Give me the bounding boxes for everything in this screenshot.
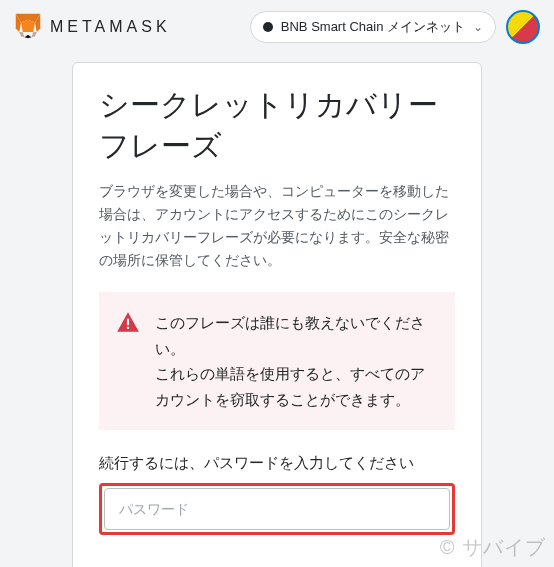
svg-rect-8 <box>127 327 129 329</box>
svg-marker-4 <box>19 32 24 37</box>
app-header: METAMASK BNB Smart Chain メインネット ⌄ <box>0 0 554 54</box>
warning-line-2: これらの単語を使用すると、すべてのアカウントを窃取することができます。 <box>155 361 437 412</box>
network-status-icon <box>263 22 273 32</box>
brand: METAMASK <box>14 11 171 43</box>
account-avatar[interactable] <box>506 10 540 44</box>
warning-icon <box>115 310 141 412</box>
warning-line-1: このフレーズは誰にも教えないでください。 <box>155 310 437 361</box>
brand-name: METAMASK <box>50 18 171 36</box>
metamask-logo-icon <box>14 11 42 43</box>
reveal-srp-card: シークレットリカバリーフレーズ ブラウザを変更した場合や、コンピューターを移動し… <box>72 62 482 567</box>
network-label: BNB Smart Chain メインネット <box>281 18 465 36</box>
chevron-down-icon: ⌄ <box>473 20 483 34</box>
warning-text: このフレーズは誰にも教えないでください。 これらの単語を使用すると、すべてのアカ… <box>155 310 437 412</box>
svg-marker-6 <box>25 35 32 39</box>
svg-rect-7 <box>127 319 129 326</box>
password-prompt: 続行するには、パスワードを入力してください <box>99 454 455 473</box>
password-input[interactable] <box>104 488 450 530</box>
password-highlight-box <box>99 483 455 535</box>
page-title: シークレットリカバリーフレーズ <box>99 85 455 166</box>
warning-banner: このフレーズは誰にも教えないでください。 これらの単語を使用すると、すべてのアカ… <box>99 292 455 430</box>
page-description: ブラウザを変更した場合や、コンピューターを移動した場合は、アカウントにアクセスす… <box>99 180 455 272</box>
svg-marker-5 <box>32 32 37 37</box>
network-selector[interactable]: BNB Smart Chain メインネット ⌄ <box>250 11 496 43</box>
